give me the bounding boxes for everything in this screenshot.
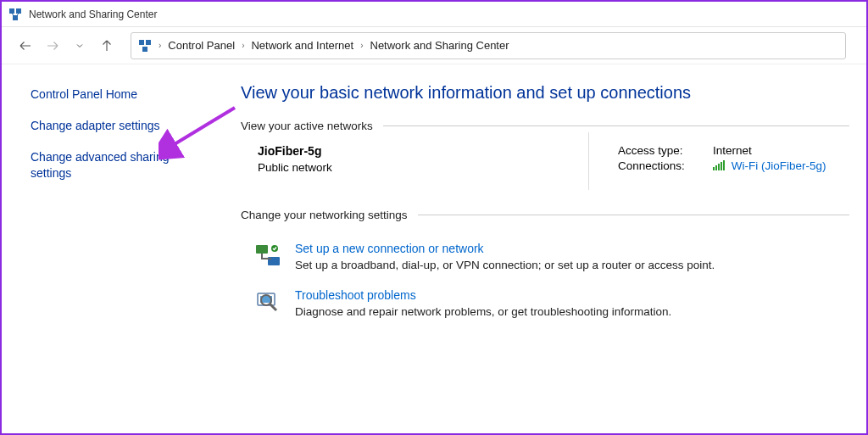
svg-rect-10 (723, 160, 725, 170)
chevron-right-icon[interactable]: › (359, 41, 364, 50)
setup-connection-icon (254, 242, 281, 269)
wifi-signal-icon (713, 160, 725, 173)
forward-button[interactable] (41, 34, 64, 58)
svg-rect-1 (16, 8, 21, 14)
connection-link[interactable]: Wi-Fi (JioFiber-5g) (732, 159, 826, 172)
section-change-settings: Change your networking settings (241, 209, 849, 221)
section-active-networks: View your active networks (241, 120, 849, 132)
access-type-value: Internet (713, 144, 752, 157)
network-details: Access type: Internet Connections: Wi-Fi… (589, 144, 826, 183)
horizontal-rule (383, 125, 849, 126)
main-panel: View your basic network information and … (231, 64, 866, 433)
breadcrumb-item[interactable]: Control Panel (168, 39, 235, 52)
svg-rect-6 (713, 167, 715, 170)
troubleshoot-item: Troubleshoot problems Diagnose and repai… (241, 280, 849, 326)
access-type-label: Access type: (618, 144, 703, 157)
svg-rect-3 (139, 40, 144, 45)
connections-label: Connections: (618, 159, 703, 173)
titlebar: Network and Sharing Center (2, 2, 866, 27)
breadcrumb-item[interactable]: Network and Internet (251, 39, 353, 52)
troubleshoot-icon (254, 288, 281, 315)
svg-rect-7 (715, 165, 717, 170)
network-center-icon (8, 8, 22, 21)
content-body: Control Panel Home Change adapter settin… (2, 64, 866, 433)
back-button[interactable] (14, 34, 37, 58)
setup-connection-desc: Set up a broadband, dial-up, or VPN conn… (295, 259, 715, 271)
chevron-right-icon[interactable]: › (240, 41, 246, 50)
setup-connection-link[interactable]: Set up a new connection or network (295, 242, 715, 255)
horizontal-rule (418, 215, 849, 215)
address-bar[interactable]: › Control Panel › Network and Internet ›… (131, 32, 846, 59)
svg-rect-2 (13, 15, 18, 20)
chevron-right-icon[interactable]: › (157, 41, 163, 50)
troubleshoot-link[interactable]: Troubleshoot problems (295, 288, 671, 302)
recent-locations-dropdown[interactable] (68, 34, 92, 58)
network-name: JioFiber-5g (258, 144, 588, 158)
control-panel-home-link[interactable]: Control Panel Home (31, 86, 212, 103)
network-identity: JioFiber-5g Public network (258, 144, 588, 183)
change-advanced-sharing-link[interactable]: Change advanced sharing settings (31, 149, 212, 181)
sidebar: Control Panel Home Change adapter settin… (2, 64, 231, 433)
change-adapter-settings-link[interactable]: Change adapter settings (31, 118, 212, 134)
network-category: Public network (258, 161, 588, 174)
svg-rect-4 (146, 40, 151, 45)
svg-rect-9 (721, 162, 722, 170)
troubleshoot-desc: Diagnose and repair network problems, or… (295, 305, 671, 318)
up-button[interactable] (95, 34, 119, 58)
section-label: View your active networks (241, 120, 373, 132)
page-heading: View your basic network information and … (241, 83, 849, 103)
svg-rect-11 (256, 245, 268, 254)
svg-rect-0 (9, 8, 14, 14)
setup-connection-item: Set up a new connection or network Set u… (241, 233, 849, 280)
breadcrumb-item[interactable]: Network and Sharing Center (370, 39, 509, 52)
svg-rect-5 (142, 47, 147, 52)
section-label: Change your networking settings (241, 209, 408, 221)
navigation-row: › Control Panel › Network and Internet ›… (2, 27, 866, 64)
network-center-icon (138, 39, 152, 53)
svg-rect-8 (718, 164, 720, 170)
active-network-block: JioFiber-5g Public network Access type: … (241, 144, 849, 183)
window-title: Network and Sharing Center (29, 8, 157, 20)
